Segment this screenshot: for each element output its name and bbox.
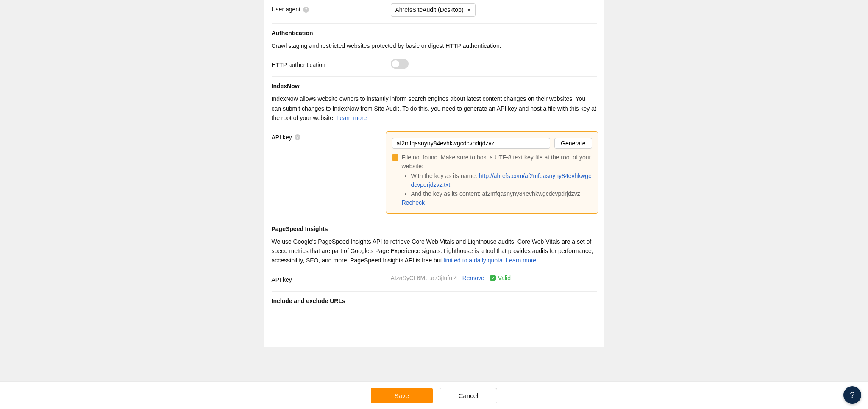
http-auth-row: HTTP authentication (272, 56, 597, 73)
http-auth-label: HTTP authentication (272, 61, 326, 70)
help-icon[interactable]: ? (303, 7, 309, 13)
indexnow-warning-box: Generate ! File not found. Make sure to … (386, 131, 598, 214)
user-agent-row: User agent ? AhrefsSiteAudit (Desktop) ▼ (272, 0, 597, 20)
indexnow-apikey-label: API key (272, 133, 292, 142)
psi-valid-label: Valid (498, 274, 511, 283)
psi-title: PageSpeed Insights (272, 225, 597, 234)
generate-button[interactable]: Generate (554, 138, 592, 149)
http-auth-toggle[interactable] (391, 59, 409, 69)
user-agent-selected: AhrefsSiteAudit (Desktop) (395, 6, 464, 14)
help-icon[interactable]: ? (295, 134, 300, 140)
indexnow-apikey-row: API key ? Generate ! File not found. Mak… (272, 128, 597, 217)
psi-learn-more-link[interactable]: Learn more (506, 257, 537, 264)
psi-apikey-label: API key (272, 275, 292, 284)
include-exclude-title: Include and exclude URLs (272, 297, 597, 306)
user-agent-dropdown[interactable]: AhrefsSiteAudit (Desktop) ▼ (391, 3, 476, 17)
chevron-down-icon: ▼ (467, 7, 471, 13)
warn-item-content: And the key as its content: af2mfqasnyny… (411, 189, 592, 198)
warning-icon: ! (392, 154, 398, 161)
divider (272, 291, 597, 292)
psi-quota-link[interactable]: limited to a daily quota (443, 257, 502, 264)
check-icon: ✓ (490, 275, 496, 281)
indexnow-desc-text: IndexNow allows website owners to instan… (272, 95, 596, 121)
auth-desc: Crawl staging and restricted websites pr… (272, 41, 597, 50)
psi-remove-link[interactable]: Remove (462, 274, 484, 283)
warn-item-name: With the key as its name: http://ahrefs.… (411, 172, 592, 189)
psi-apikey-value: AIzaSyCL6M…a73jIufuI4 (391, 274, 457, 283)
auth-title: Authentication (272, 29, 597, 38)
psi-apikey-row: API key AIzaSyCL6M…a73jIufuI4 Remove ✓ V… (272, 270, 597, 288)
indexnow-title: IndexNow (272, 82, 597, 91)
recheck-link[interactable]: Recheck (402, 199, 425, 206)
indexnow-desc: IndexNow allows website owners to instan… (272, 94, 597, 122)
psi-desc: We use Google's PageSpeed Insights API t… (272, 237, 597, 265)
indexnow-learn-more-link[interactable]: Learn more (337, 114, 367, 121)
divider (272, 76, 597, 77)
psi-desc-text: We use Google's PageSpeed Insights API t… (272, 238, 593, 264)
user-agent-label: User agent (272, 5, 300, 14)
indexnow-apikey-input[interactable] (392, 138, 551, 149)
divider (272, 23, 597, 24)
warn-intro: File not found. Make sure to host a UTF-… (402, 154, 591, 170)
